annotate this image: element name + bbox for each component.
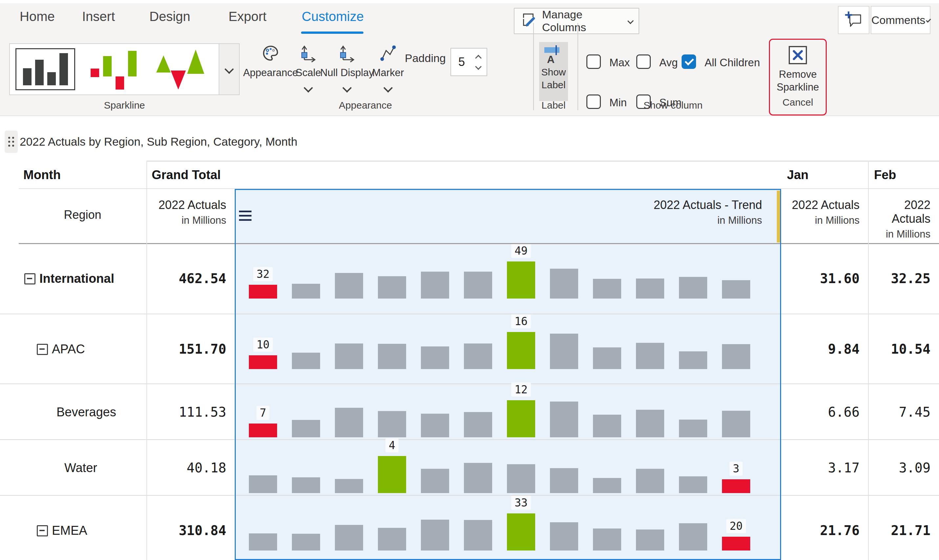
sparkline-bar	[292, 534, 320, 551]
tab-design[interactable]: Design	[150, 9, 190, 24]
checkbox-avg[interactable]	[636, 54, 651, 69]
sparkline-gallery-expand-button[interactable]	[219, 43, 240, 95]
add-comment-button[interactable]	[838, 6, 870, 34]
sparkline-bar	[679, 277, 707, 298]
row-label[interactable]: International	[39, 244, 114, 314]
drag-handle[interactable]	[5, 131, 18, 153]
show-label-button[interactable]: A Show Label	[539, 42, 568, 101]
sparkline-bar	[421, 272, 449, 298]
collapse-icon[interactable]	[37, 344, 48, 355]
checkbox-max[interactable]	[586, 54, 601, 69]
tab-export[interactable]: Export	[228, 9, 267, 24]
sparkline-bar	[378, 528, 406, 551]
table-row-international: International462.54324931.6032.25	[0, 244, 939, 314]
cell-feb[interactable]: 21.71	[868, 496, 930, 560]
group-divider	[578, 23, 578, 110]
measure-header-trend[interactable]: 2022 Actuals - Trend in Millions	[235, 198, 762, 226]
sparkline-value-label: 33	[497, 496, 545, 509]
cell-jan[interactable]: 3.17	[781, 440, 860, 496]
stepper-up-icon[interactable]	[475, 55, 482, 62]
stepper-down-icon[interactable]	[475, 63, 482, 70]
tab-home[interactable]: Home	[20, 9, 55, 24]
ribbon-top-strip	[0, 0, 939, 3]
marker-line-icon	[379, 44, 397, 65]
cell-jan[interactable]: 31.60	[781, 244, 860, 314]
sparkline-value-label: 49	[497, 245, 545, 257]
row-label[interactable]: APAC	[52, 314, 85, 384]
null-display-axis-icon	[338, 44, 356, 65]
manage-columns-button[interactable]: Manage Columns	[514, 8, 639, 34]
sparkline-bar	[507, 262, 535, 298]
sparkline-bar	[335, 408, 363, 437]
checkbox-max-label[interactable]: Max	[609, 57, 630, 69]
cell-feb[interactable]: 10.54	[868, 314, 930, 384]
row-dimension-label[interactable]: Region	[19, 208, 146, 222]
sparkline-value-label: 20	[712, 520, 760, 532]
marker-button[interactable]: Marker	[361, 44, 415, 91]
manage-columns-icon	[520, 11, 537, 31]
sparkline-bar	[679, 476, 707, 493]
sparkline-bar	[421, 414, 449, 437]
cell-grand-total[interactable]: 462.54	[146, 244, 226, 314]
remove-sparkline-icon[interactable]	[788, 45, 808, 66]
cell-feb[interactable]: 3.09	[868, 440, 930, 496]
cell-feb[interactable]: 32.25	[868, 244, 930, 314]
cell-jan[interactable]: 9.84	[781, 314, 860, 384]
sparkline-bar	[636, 469, 664, 493]
add-comment-icon	[845, 11, 862, 29]
row-label[interactable]: Water	[64, 440, 97, 496]
sparkline-bar	[464, 520, 492, 551]
sparkline-bar	[593, 529, 621, 551]
cell-grand-total[interactable]: 40.18	[146, 440, 226, 496]
padding-stepper[interactable]: 5	[450, 48, 487, 76]
sparkline-bar	[464, 272, 492, 298]
tab-insert[interactable]: Insert	[82, 9, 115, 24]
sparkline-option-variance-columns[interactable]	[88, 48, 144, 90]
remove-sparkline-group: Remove Sparkline Cancel	[769, 39, 827, 115]
column-header-jan[interactable]: Jan	[787, 168, 808, 182]
collapse-icon[interactable]	[24, 273, 35, 285]
chevron-down-icon	[926, 17, 931, 22]
sparkline-bar	[722, 344, 750, 369]
sparkline-bar	[636, 278, 664, 298]
row-label[interactable]: EMEA	[52, 496, 87, 560]
sparkline-bar	[550, 334, 578, 369]
measure-header-jan[interactable]: 2022 Actuals in Millions	[781, 198, 860, 226]
cell-grand-total[interactable]: 151.70	[146, 314, 226, 384]
cell-grand-total[interactable]: 111.53	[146, 384, 226, 440]
svg-text:A: A	[547, 54, 555, 64]
cell-jan[interactable]: 6.66	[781, 384, 860, 440]
sparkline-bar	[593, 478, 621, 493]
measure-header-feb[interactable]: 2022 Actuals in Millions	[868, 198, 930, 240]
sparkline-value-label: 3	[712, 462, 760, 475]
sparkline-bar	[507, 400, 535, 437]
column-resize-indicator[interactable]	[777, 191, 780, 242]
tab-customize[interactable]: Customize	[302, 9, 364, 24]
table-row-emea: EMEA310.84332021.7621.71	[0, 495, 939, 560]
sparkline-group-label: Sparkline	[9, 100, 240, 111]
sparkline-bar	[679, 523, 707, 551]
checkbox-all-children-label[interactable]: All Children	[705, 57, 760, 69]
sparkline-option-variance-arrows[interactable]	[155, 48, 211, 90]
checkbox-avg-label[interactable]: Avg	[659, 57, 678, 69]
column-header-feb[interactable]: Feb	[874, 168, 896, 182]
measure-header-grand-total[interactable]: 2022 Actuals in Millions	[146, 198, 226, 226]
checkbox-all-children[interactable]	[682, 54, 696, 69]
comments-button[interactable]: Comments	[871, 6, 930, 34]
collapse-icon[interactable]	[37, 525, 48, 536]
cell-grand-total[interactable]: 310.84	[146, 496, 226, 560]
cell-feb[interactable]: 7.45	[868, 384, 930, 440]
column-header-grand-total[interactable]: Grand Total	[152, 168, 220, 182]
remove-sparkline-button[interactable]: Remove Sparkline	[773, 68, 822, 94]
row-label[interactable]: Beverages	[57, 384, 116, 440]
sparkline-bar	[636, 410, 664, 437]
page-title: 2022 Actuals by Region, Sub Region, Cate…	[20, 135, 298, 148]
cell-jan[interactable]: 21.76	[781, 496, 860, 560]
sparkline-bar	[593, 415, 621, 437]
table-row-apac: APAC151.7010169.8410.54	[0, 314, 939, 383]
app-window: Home Insert Design Export Customize Mana…	[0, 0, 939, 560]
column-header-month[interactable]: Month	[23, 168, 61, 182]
sparkline-option-columns[interactable]	[15, 48, 75, 90]
sparkline-bar	[292, 353, 320, 369]
sparkline-bar	[507, 332, 535, 369]
